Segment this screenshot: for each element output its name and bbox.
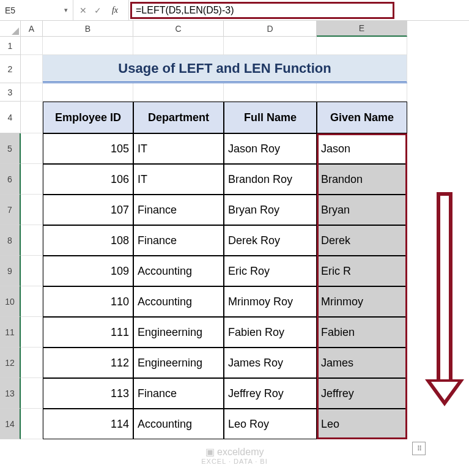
select-all-corner[interactable] xyxy=(0,21,21,37)
cells-area: Usage of LEFT and LEN Function Employee … xyxy=(21,37,469,439)
cell-given-name[interactable]: Mrinmoy xyxy=(317,286,407,317)
formula-input[interactable]: =LEFT(D5,LEN(D5)-3) xyxy=(129,0,469,20)
col-header-b[interactable]: B xyxy=(43,21,133,37)
cell-full-name[interactable]: Bryan Roy xyxy=(224,195,317,225)
watermark-logo: ▣ exceldemy EXCEL · DATA · BI xyxy=(201,447,268,465)
row-header[interactable]: 10 xyxy=(0,286,21,317)
cell[interactable] xyxy=(21,348,43,378)
cell-department[interactable]: Accounting xyxy=(133,256,224,286)
cell-full-name[interactable]: Derek Roy xyxy=(224,225,317,256)
cell-department[interactable]: Engineerning xyxy=(133,317,224,348)
cell[interactable] xyxy=(317,83,407,102)
cell[interactable] xyxy=(21,317,43,348)
header-employee-id[interactable]: Employee ID xyxy=(43,102,133,133)
cell-full-name[interactable]: Fabien Roy xyxy=(224,317,317,348)
cell-department[interactable]: Finance xyxy=(133,225,224,256)
cell-employee-id[interactable]: 113 xyxy=(43,378,133,409)
col-header-d[interactable]: D xyxy=(224,21,317,37)
cell[interactable] xyxy=(21,286,43,317)
cell-employee-id[interactable]: 110 xyxy=(43,286,133,317)
row-header[interactable]: 14 xyxy=(0,409,21,439)
row-header[interactable]: 1 xyxy=(0,37,21,55)
cell-department[interactable]: Engineerning xyxy=(133,348,224,378)
cell[interactable] xyxy=(21,102,43,133)
cell-given-name[interactable]: James xyxy=(317,348,407,378)
cell-full-name[interactable]: Jason Roy xyxy=(224,133,317,164)
row-header[interactable]: 2 xyxy=(0,55,21,83)
cell-given-name[interactable]: Jeffrey xyxy=(317,378,407,409)
cell-given-name[interactable]: Brandon xyxy=(317,164,407,195)
cell-given-name[interactable]: Fabien xyxy=(317,317,407,348)
cell-full-name[interactable]: Mrinmoy Roy xyxy=(224,286,317,317)
cell-employee-id[interactable]: 114 xyxy=(43,409,133,439)
cell[interactable] xyxy=(21,256,43,286)
row-header[interactable]: 8 xyxy=(0,225,21,256)
header-given-name[interactable]: Given Name xyxy=(317,102,407,133)
cell-given-name[interactable]: Leo xyxy=(317,409,407,439)
cell[interactable] xyxy=(317,37,407,55)
cell-full-name[interactable]: Eric Roy xyxy=(224,256,317,286)
row-header[interactable]: 7 xyxy=(0,195,21,225)
cell-employee-id[interactable]: 111 xyxy=(43,317,133,348)
cell[interactable] xyxy=(43,83,133,102)
cell[interactable] xyxy=(133,83,224,102)
header-department[interactable]: Department xyxy=(133,102,224,133)
table-row: 114AccountingLeo RoyLeo xyxy=(21,409,469,439)
cell-given-name[interactable]: Derek xyxy=(317,225,407,256)
cell-department[interactable]: Finance xyxy=(133,195,224,225)
row-headers: 1 2 3 4 5 6 7 8 9 10 11 12 13 14 xyxy=(0,37,21,439)
row-header[interactable]: 11 xyxy=(0,317,21,348)
cell[interactable] xyxy=(21,55,43,83)
cell-employee-id[interactable]: 108 xyxy=(43,225,133,256)
cell[interactable] xyxy=(224,37,317,55)
cell-full-name[interactable]: Leo Roy xyxy=(224,409,317,439)
row-header[interactable]: 4 xyxy=(0,102,21,133)
cell[interactable] xyxy=(21,133,43,164)
cell-department[interactable]: Finance xyxy=(133,378,224,409)
row-header[interactable]: 3 xyxy=(0,83,21,102)
fx-icon[interactable]: fx xyxy=(110,6,120,15)
page-title[interactable]: Usage of LEFT and LEN Function xyxy=(43,55,407,83)
cell-department[interactable]: IT xyxy=(133,133,224,164)
row-header[interactable]: 12 xyxy=(0,348,21,378)
cell-department[interactable]: IT xyxy=(133,164,224,195)
col-header-c[interactable]: C xyxy=(133,21,224,37)
autofill-icon: ⠿ xyxy=(417,445,421,453)
autofill-options-button[interactable]: ⠿ xyxy=(412,442,426,455)
cell-employee-id[interactable]: 112 xyxy=(43,348,133,378)
cancel-icon[interactable]: ✕ xyxy=(78,6,88,15)
cell-employee-id[interactable]: 106 xyxy=(43,164,133,195)
cell-department[interactable]: Accounting xyxy=(133,286,224,317)
cell-full-name[interactable]: Jeffrey Roy xyxy=(224,378,317,409)
cell[interactable] xyxy=(21,378,43,409)
cell-given-name[interactable]: Bryan xyxy=(317,195,407,225)
cell[interactable] xyxy=(21,83,43,102)
cell[interactable] xyxy=(43,37,133,55)
cell[interactable] xyxy=(21,37,43,55)
cell[interactable] xyxy=(21,195,43,225)
row-header[interactable]: 13 xyxy=(0,378,21,409)
col-header-e[interactable]: E xyxy=(317,21,407,37)
cell[interactable] xyxy=(21,225,43,256)
row-header[interactable]: 6 xyxy=(0,164,21,195)
cell-given-name[interactable]: Jason xyxy=(317,133,407,164)
header-full-name[interactable]: Full Name xyxy=(224,102,317,133)
cell[interactable] xyxy=(224,83,317,102)
row-header[interactable]: 5 xyxy=(0,133,21,164)
cell[interactable] xyxy=(21,409,43,439)
cell-given-name[interactable]: Eric R xyxy=(317,256,407,286)
enter-icon[interactable]: ✓ xyxy=(93,6,103,15)
chevron-down-icon[interactable]: ▾ xyxy=(64,6,68,14)
cell-department[interactable]: Accounting xyxy=(133,409,224,439)
column-headers: A B C D E xyxy=(0,21,469,37)
col-header-a[interactable]: A xyxy=(21,21,43,37)
cell[interactable] xyxy=(133,37,224,55)
cell-employee-id[interactable]: 109 xyxy=(43,256,133,286)
cell-employee-id[interactable]: 107 xyxy=(43,195,133,225)
cell-full-name[interactable]: James Roy xyxy=(224,348,317,378)
name-box[interactable]: E5 ▾ xyxy=(0,0,73,20)
cell[interactable] xyxy=(21,164,43,195)
row-header[interactable]: 9 xyxy=(0,256,21,286)
cell-employee-id[interactable]: 105 xyxy=(43,133,133,164)
cell-full-name[interactable]: Brandon Roy xyxy=(224,164,317,195)
